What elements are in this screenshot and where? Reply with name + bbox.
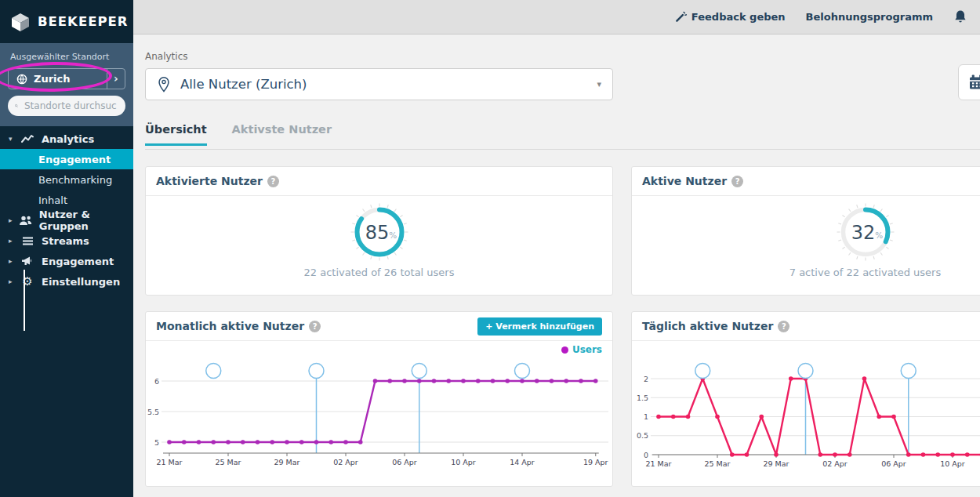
data-point[interactable] [417, 379, 422, 383]
data-point[interactable] [730, 452, 735, 457]
data-point[interactable] [656, 415, 661, 419]
sidebar-item-benchmarking[interactable]: Benchmarking [0, 169, 133, 190]
help-icon[interactable]: ? [309, 321, 321, 332]
data-point[interactable] [211, 440, 216, 444]
location-search[interactable] [8, 96, 125, 116]
help-icon[interactable]: ? [778, 321, 789, 332]
data-point[interactable] [789, 376, 793, 381]
data-point[interactable] [848, 452, 852, 457]
data-point[interactable] [520, 379, 524, 383]
y-axis-tick-label: 1.5 [637, 394, 648, 402]
selected-location-button[interactable]: Zurich › [8, 68, 125, 89]
data-point[interactable] [343, 440, 348, 444]
tabs-divider [145, 149, 980, 150]
sidebar-item-label: Benchmarking [38, 174, 112, 186]
notifications-button[interactable] [953, 9, 967, 24]
sidebar-item-engagement-analytics[interactable]: Engagement [0, 149, 133, 169]
data-point[interactable] [862, 376, 867, 381]
data-point[interactable] [285, 440, 289, 444]
help-icon[interactable]: ? [267, 176, 279, 187]
data-point[interactable] [491, 379, 495, 383]
data-point[interactable] [774, 452, 779, 457]
location-search-input[interactable] [23, 100, 118, 112]
data-point[interactable] [270, 440, 274, 444]
users-icon [19, 216, 33, 226]
caret-right-icon: ▸ [9, 278, 20, 285]
data-point[interactable] [167, 440, 172, 444]
date-range-button[interactable] [958, 64, 980, 100]
x-axis-tick-label: 25 Mar [704, 459, 730, 468]
data-point[interactable] [550, 379, 554, 383]
data-point[interactable] [921, 452, 926, 457]
sidebar-item-nutzer-gruppen[interactable]: ▸ Nutzer & Gruppen [0, 210, 133, 230]
data-point[interactable] [671, 415, 676, 419]
data-point[interactable] [241, 440, 245, 444]
sidebar-item-engagement[interactable]: ▸ Engagement [0, 251, 133, 271]
data-point[interactable] [906, 452, 911, 457]
data-point[interactable] [579, 379, 583, 383]
data-point[interactable] [387, 379, 392, 383]
data-point[interactable] [402, 379, 407, 383]
card-title: Aktive Nutzer [642, 175, 727, 187]
sidebar-item-streams[interactable]: ▸ Streams [0, 230, 133, 251]
feedback-button[interactable]: Feedback geben [675, 11, 786, 23]
tab-aktivste-nutzer[interactable]: Aktivste Nutzer [232, 123, 332, 146]
data-point[interactable] [461, 379, 466, 383]
data-point[interactable] [373, 379, 378, 383]
data-point[interactable] [745, 452, 750, 457]
data-point[interactable] [891, 415, 896, 419]
data-point[interactable] [759, 415, 764, 419]
data-point[interactable] [358, 440, 363, 444]
card-body: 85% 22 activated of 26 total users [146, 196, 612, 278]
annotation-marker[interactable] [309, 364, 324, 379]
data-point[interactable] [833, 452, 837, 457]
data-point[interactable] [935, 452, 940, 457]
caret-right-icon: ▸ [9, 257, 20, 265]
data-point[interactable] [818, 452, 822, 457]
annotation-marker[interactable] [901, 364, 916, 379]
data-point[interactable] [299, 440, 304, 444]
gauge-tick [394, 252, 396, 255]
rewards-program-button[interactable]: Belohnungsprogramm [806, 11, 933, 23]
data-point[interactable] [256, 440, 260, 444]
data-point[interactable] [226, 440, 230, 444]
y-axis-tick-label: 2 [644, 375, 648, 383]
data-point[interactable] [535, 379, 539, 383]
sidebar-item-inhalt[interactable]: Inhalt [0, 190, 133, 210]
annotation-marker[interactable] [412, 364, 426, 379]
data-point[interactable] [564, 379, 568, 383]
add-annotation-button[interactable]: + Vermerk hinzufügen [477, 317, 602, 336]
data-point[interactable] [328, 440, 333, 444]
sidebar-item-einstellungen[interactable]: ▸ ⚙ Einstellungen [0, 271, 133, 292]
data-point[interactable] [476, 379, 481, 383]
data-point[interactable] [715, 415, 720, 419]
help-icon[interactable]: ? [731, 176, 743, 187]
data-point[interactable] [950, 452, 955, 457]
caret-right-icon: ▸ [9, 237, 20, 245]
data-point[interactable] [182, 440, 187, 444]
rewards-label: Belohnungsprogramm [806, 11, 933, 23]
data-point[interactable] [314, 440, 319, 444]
chevron-right-icon: › [107, 69, 125, 89]
data-point[interactable] [686, 415, 691, 419]
y-axis-tick-label: 5 [154, 438, 159, 447]
data-point[interactable] [197, 440, 201, 444]
annotation-marker[interactable] [695, 364, 710, 379]
caret-right-icon: ▸ [9, 216, 19, 224]
tab-uebersicht[interactable]: Übersicht [145, 123, 207, 146]
data-point[interactable] [505, 379, 510, 383]
sidebar-item-analytics[interactable]: ▾ Analytics [0, 129, 133, 149]
line-chart-icon [20, 133, 35, 144]
annotation-marker[interactable] [798, 364, 813, 379]
data-point[interactable] [446, 379, 451, 383]
data-point[interactable] [877, 415, 881, 419]
selected-location-name: Zurich [34, 73, 107, 85]
data-point[interactable] [593, 379, 598, 383]
data-point[interactable] [432, 379, 437, 383]
gauge-tick [848, 252, 850, 255]
data-point[interactable] [965, 452, 970, 457]
annotation-marker[interactable] [515, 364, 530, 379]
y-axis-tick-label: 6 [154, 377, 159, 386]
audience-selector[interactable]: Alle Nutzer (Zurich) ▾ [145, 68, 613, 100]
annotation-marker[interactable] [206, 364, 221, 379]
